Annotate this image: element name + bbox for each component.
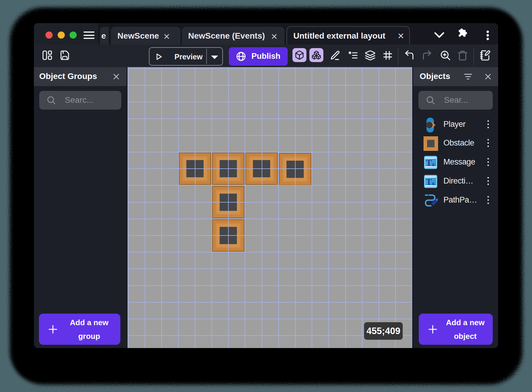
svg-text:x: x xyxy=(432,180,435,186)
svg-text:T: T xyxy=(426,158,432,167)
svg-text:T: T xyxy=(426,177,432,186)
svg-text:x: x xyxy=(432,161,435,167)
